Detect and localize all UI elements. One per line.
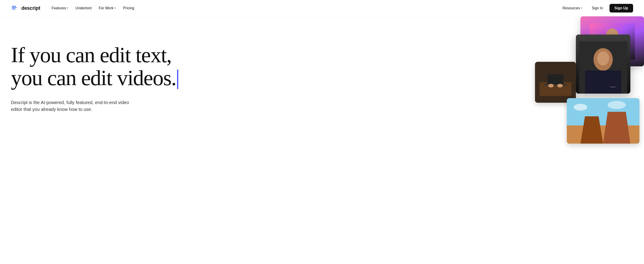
hero-content: If you can edit text, you can edit video…: [11, 35, 215, 113]
svg-rect-9: [585, 70, 621, 94]
svg-text:Like th...: Like th...: [610, 86, 617, 88]
svg-point-8: [597, 51, 609, 65]
hero-subtext: Descript is the AI-powered, fully featur…: [11, 99, 138, 113]
svg-rect-17: [567, 98, 640, 125]
hero-headline: If you can edit text, you can edit video…: [11, 44, 215, 90]
chevron-down-icon: ▾: [581, 7, 582, 10]
hero-images: Like th...: [549, 16, 644, 175]
logo-text: descript: [21, 5, 40, 11]
svg-rect-0: [12, 6, 16, 7]
text-cursor: [177, 70, 178, 89]
svg-point-7: [594, 48, 613, 71]
nav-resources[interactable]: Resources ▾: [559, 4, 585, 12]
svg-point-22: [608, 101, 626, 109]
main-nav: descript Features ▾ Underlord For Work ▾…: [0, 0, 644, 16]
svg-rect-11: [535, 62, 576, 103]
svg-rect-1: [12, 7, 17, 8]
nav-pricing[interactable]: Pricing: [120, 4, 138, 12]
sign-in-button[interactable]: Sign In: [587, 4, 608, 13]
nav-for-work[interactable]: For Work ▾: [96, 4, 119, 12]
nav-left: descript Features ▾ Underlord For Work ▾…: [11, 4, 138, 12]
floating-card-pink: [580, 16, 644, 66]
svg-rect-13: [548, 74, 564, 85]
floating-card-landscape: [567, 98, 640, 144]
svg-point-15: [548, 84, 554, 88]
nav-underlord[interactable]: Underlord: [72, 4, 94, 12]
svg-marker-20: [603, 112, 630, 144]
svg-rect-6: [579, 41, 627, 94]
sign-up-button[interactable]: Sign Up: [610, 4, 633, 13]
hero-section: If you can edit text, you can edit video…: [0, 16, 644, 264]
svg-marker-19: [580, 116, 603, 144]
svg-point-4: [606, 28, 618, 43]
chevron-down-icon: ▾: [114, 7, 116, 10]
chevron-down-icon: ▾: [67, 7, 68, 10]
nav-right: Resources ▾ Sign In Sign Up: [559, 4, 633, 13]
nav-features[interactable]: Features ▾: [48, 4, 71, 12]
floating-card-person: Like th...: [576, 35, 630, 94]
svg-point-21: [574, 104, 587, 111]
svg-rect-2: [12, 9, 16, 9]
svg-rect-14: [544, 84, 567, 85]
svg-rect-5: [603, 42, 621, 56]
logo-link[interactable]: descript: [11, 4, 40, 12]
svg-rect-18: [567, 125, 640, 144]
svg-point-16: [557, 84, 563, 88]
nav-links: Features ▾ Underlord For Work ▾ Pricing: [48, 4, 138, 12]
descript-logo-icon: [11, 4, 19, 12]
svg-rect-3: [590, 23, 635, 60]
svg-rect-12: [540, 82, 571, 96]
floating-card-desk: [535, 62, 576, 103]
